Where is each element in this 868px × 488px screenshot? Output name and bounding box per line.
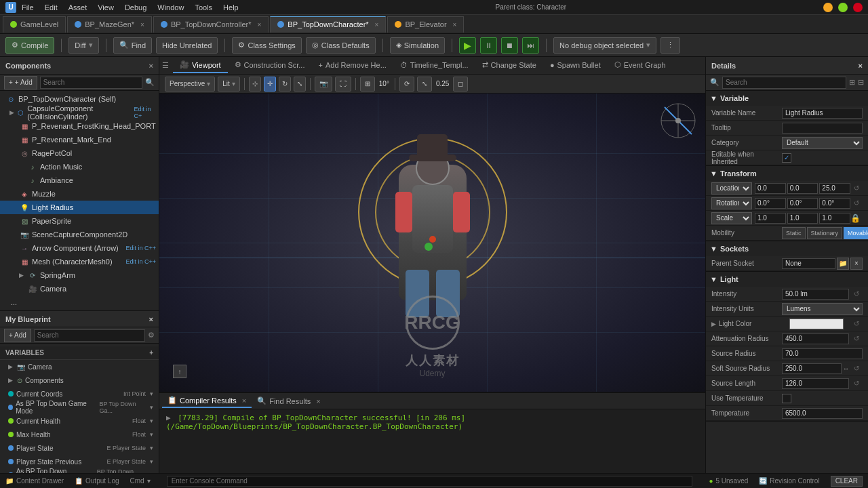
tab-gamelevel[interactable]: GameLevel [3, 16, 66, 33]
maximize-button[interactable]: □ [838, 3, 848, 12]
location-x[interactable] [755, 183, 786, 194]
pause-button[interactable]: ⏸ [480, 37, 497, 54]
close-button[interactable]: × [853, 3, 863, 12]
location-z[interactable] [819, 183, 850, 194]
maximize-viewport-button[interactable]: ⛶ [335, 77, 351, 92]
orientation-gizmo[interactable] [658, 100, 698, 141]
editable-checkbox[interactable] [782, 153, 791, 163]
scale-z[interactable] [819, 213, 850, 224]
var-max-health[interactable]: Max Health Float ▾ [0, 428, 159, 441]
debug-options-button[interactable]: ⋮ [660, 37, 680, 54]
tab-timeline[interactable]: ⏱ Timeline_Templ... [393, 58, 475, 73]
class-settings-button[interactable]: ⚙ Class Settings [232, 37, 301, 54]
add-var-btn[interactable]: + [149, 349, 153, 357]
blueprint-settings-icon[interactable]: ⚙ [148, 331, 155, 340]
tree-item-action-music[interactable]: ♪ Action Music [0, 160, 159, 174]
scale-x[interactable] [755, 213, 786, 224]
tree-item-ambiance[interactable]: ♪ Ambiance [0, 174, 159, 187]
tab-close-controller[interactable]: × [258, 21, 262, 28]
tab-spawn-bullet[interactable]: ● Spawn Bullet [543, 58, 608, 73]
tab-close-character[interactable]: × [375, 21, 379, 28]
rotation-x[interactable] [755, 198, 786, 209]
menu-debug[interactable]: Debug [125, 3, 146, 12]
find-button[interactable]: 🔍 Find [113, 37, 152, 54]
clear-button[interactable]: CLEAR [831, 476, 863, 487]
var-section-camera[interactable]: ▶ 📷 Camera [0, 360, 159, 373]
step-button[interactable]: ⏭ [522, 37, 539, 54]
scale-mode-select[interactable]: Scale [711, 212, 752, 224]
rotation-y[interactable] [787, 198, 818, 209]
tab-construction-script[interactable]: ⚙ Construction Scr... [228, 58, 312, 73]
rotation-mode-select[interactable]: Rotation [711, 197, 752, 209]
scale-tool[interactable]: ⤡ [294, 77, 306, 92]
arrow-edit[interactable]: Edit in C++ [125, 245, 156, 251]
category-select[interactable]: Default [782, 137, 863, 149]
class-defaults-button[interactable]: ◎ Class Defaults [306, 37, 376, 54]
attenuation-input[interactable] [782, 333, 849, 344]
components-close[interactable]: × [149, 62, 153, 70]
fov-button[interactable]: ◻ [453, 77, 468, 92]
var-controller[interactable]: As BP Top Down Controller BP Top Down Co… [0, 468, 159, 473]
tree-item-light-radius[interactable]: 💡 Light Radius [0, 201, 159, 214]
tab-close-elevator[interactable]: × [453, 21, 457, 28]
debug-object-selector[interactable]: No debug object selected ▾ [553, 37, 656, 54]
tab-add-remove[interactable]: + Add Remove He... [311, 58, 393, 73]
variable-section-header[interactable]: ▼ Variable [706, 91, 868, 106]
scale-y[interactable] [787, 213, 818, 224]
parent-socket-browse[interactable]: 📁 [837, 258, 849, 270]
rotate-tool[interactable]: ↻ [279, 77, 291, 92]
source-length-reset[interactable]: ↺ [850, 378, 863, 390]
var-player-state-prev[interactable]: Player State Previous E Player State ▾ [0, 455, 159, 468]
console-input[interactable] [167, 476, 693, 487]
lit-button[interactable]: Lit ▾ [218, 77, 240, 92]
tree-item-paper-sprite[interactable]: ▨ PaperSprite [0, 214, 159, 228]
rotation-z[interactable] [819, 198, 850, 209]
mesh-edit[interactable]: Edit in C++ [125, 258, 156, 265]
source-length-input[interactable] [782, 378, 849, 389]
unsaved-item[interactable]: ● 5 Unsaved [709, 477, 748, 485]
source-radius-input[interactable] [782, 348, 863, 359]
tree-item-muzzle[interactable]: ◈ Muzzle [0, 187, 159, 201]
sockets-section-header[interactable]: ▼ Sockets [706, 241, 868, 256]
tree-item-self[interactable]: ⊙ BP_TopDownCharacter (Self) [0, 92, 159, 106]
find-results-close[interactable]: × [316, 397, 320, 405]
parent-socket-input[interactable] [782, 258, 835, 269]
light-section-header[interactable]: ▼ Light [706, 272, 868, 287]
details-search-input[interactable] [722, 77, 846, 89]
soft-source-drag-handle[interactable]: ↔ [843, 365, 849, 372]
hide-unrelated-button[interactable]: Hide Unrelated [156, 37, 218, 54]
stop-button[interactable]: ⏹ [501, 37, 518, 54]
tab-find-results[interactable]: 🔍 Find Results × [252, 394, 326, 408]
camera-speed-button[interactable]: 📷 [315, 77, 332, 92]
menu-asset[interactable]: Asset [68, 3, 87, 12]
compile-button[interactable]: ⚙ Compile [5, 37, 54, 54]
menu-edit[interactable]: Edit [45, 3, 58, 12]
menu-tools[interactable]: Tools [195, 3, 212, 12]
intensity-input[interactable] [782, 289, 849, 300]
details-close[interactable]: × [859, 62, 863, 70]
tooltip-input[interactable] [782, 123, 863, 134]
menu-view[interactable]: View [98, 3, 114, 12]
tab-compiler-results[interactable]: 📋 Compiler Results × [162, 394, 252, 408]
viewport[interactable]: ↑ RRCG 人人素材 Udemy [159, 94, 705, 392]
blueprint-close[interactable]: × [149, 315, 153, 323]
tab-mazegen[interactable]: BP_MazeGen* × [67, 16, 152, 33]
transform-section-header[interactable]: ▼ Transform [706, 166, 868, 181]
add-component-button[interactable]: + + Add [4, 76, 37, 89]
soft-source-input[interactable] [782, 363, 842, 374]
location-y[interactable] [787, 183, 818, 194]
tree-item-capsule[interactable]: ▶ ⬡ CapsuleComponent (CollisionCylinder)… [0, 106, 159, 119]
compiler-results-close[interactable]: × [242, 396, 246, 405]
sub-tabbar-hamburger[interactable]: ☰ [162, 61, 169, 70]
tree-item-scene-capture[interactable]: 📷 SceneCaptureComponent2D [0, 228, 159, 241]
play-button[interactable]: ▶ [459, 37, 476, 54]
menu-help[interactable]: Help [223, 3, 239, 12]
rotation-reset[interactable]: ↺ [850, 197, 863, 209]
tab-elevator[interactable]: BP_Elevator × [387, 16, 464, 33]
light-color-swatch[interactable] [789, 319, 844, 329]
parent-socket-clear[interactable]: × [850, 258, 863, 270]
use-temperature-checkbox[interactable] [782, 394, 791, 403]
details-view-options[interactable]: ⊞ [849, 78, 855, 87]
output-log-item[interactable]: 📋 Output Log [75, 477, 119, 485]
angle-snap-button[interactable]: ⟳ [399, 77, 414, 92]
